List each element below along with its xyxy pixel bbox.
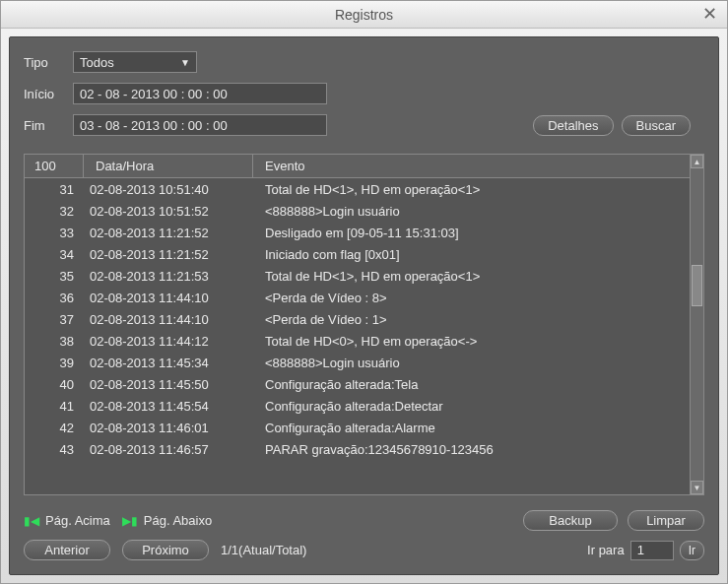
start-value: 02 - 08 - 2013 00 : 00 : 00 — [80, 87, 228, 101]
row-index: 42 — [25, 421, 84, 435]
row-datetime: 02-08-2013 11:45:50 — [84, 377, 253, 392]
row-event: PARAR gravação:12345678910-123456 — [253, 442, 703, 457]
row-datetime: 02-08-2013 11:44:10 — [84, 312, 253, 327]
row-event: Total de HD<1>, HD em operação<1> — [253, 269, 703, 284]
row-event: <Perda de Vídeo : 8> — [253, 291, 703, 305]
col-total[interactable]: 100 — [25, 155, 84, 177]
row-datetime: 02-08-2013 11:46:57 — [84, 442, 253, 457]
row-datetime: 02-08-2013 11:46:01 — [84, 421, 253, 435]
close-icon[interactable]: ✕ — [702, 3, 717, 25]
table-row[interactable]: 3502-08-2013 11:21:53Total de HD<1>, HD … — [25, 265, 703, 287]
row-event: <Perda de Vídeo : 1> — [253, 312, 703, 327]
content-panel: Tipo Todos ▼ Início 02 - 08 - 2013 00 : … — [9, 36, 719, 575]
scroll-thumb[interactable] — [692, 265, 702, 306]
end-label: Fim — [24, 118, 65, 133]
type-row: Tipo Todos ▼ — [24, 51, 704, 73]
row-event: Configuração alterada:Alarme — [253, 421, 703, 435]
page-down-icon[interactable]: ▶▮ — [122, 514, 138, 528]
table-row[interactable]: 3202-08-2013 10:51:52<888888>Login usuár… — [25, 200, 703, 222]
go-button[interactable]: Ir — [680, 541, 704, 560]
row-datetime: 02-08-2013 10:51:52 — [84, 204, 253, 219]
row-event: Total de HD<0>, HD em operação<-> — [253, 334, 703, 349]
start-row: Início 02 - 08 - 2013 00 : 00 : 00 — [24, 83, 704, 104]
table-row[interactable]: 4102-08-2013 11:45:54Configuração altera… — [25, 395, 703, 417]
row-datetime: 02-08-2013 11:21:52 — [84, 247, 253, 262]
bottom-row: Anterior Próximo 1/1(Atual/Total) Ir par… — [24, 540, 704, 560]
row-event: <888888>Login usuário — [253, 356, 703, 370]
row-index: 41 — [25, 399, 84, 414]
table-body: 3102-08-2013 10:51:40Total de HD<1>, HD … — [25, 178, 703, 494]
footer: ▮◀ Pág. Acima ▶▮ Pág. Abaixo Backup Limp… — [24, 513, 704, 560]
row-index: 32 — [25, 204, 84, 219]
log-table: 100 Data/Hora Evento 3102-08-2013 10:51:… — [24, 154, 704, 495]
row-event: Iniciado com flag [0x01] — [253, 247, 703, 262]
row-index: 37 — [25, 312, 84, 327]
table-row[interactable]: 3402-08-2013 11:21:52Iniciado com flag [… — [25, 243, 703, 265]
row-index: 34 — [25, 247, 84, 262]
col-event[interactable]: Evento — [253, 155, 703, 177]
backup-button[interactable]: Backup — [523, 510, 618, 531]
row-datetime: 02-08-2013 11:21:52 — [84, 226, 253, 240]
row-datetime: 02-08-2013 11:21:53 — [84, 269, 253, 284]
row-index: 43 — [25, 442, 84, 457]
pager-row: ▮◀ Pág. Acima ▶▮ Pág. Abaixo Backup Limp… — [24, 513, 704, 528]
previous-button[interactable]: Anterior — [24, 540, 110, 560]
row-event: Desligado em [09-05-11 15:31:03] — [253, 226, 703, 240]
table-row[interactable]: 4202-08-2013 11:46:01Configuração altera… — [25, 417, 703, 438]
row-event: <888888>Login usuário — [253, 204, 703, 219]
scrollbar[interactable]: ▲ ▼ — [690, 155, 703, 494]
table-row[interactable]: 3802-08-2013 11:44:12Total de HD<0>, HD … — [25, 330, 703, 352]
goto-input[interactable]: 1 — [630, 541, 674, 560]
table-row[interactable]: 3102-08-2013 10:51:40Total de HD<1>, HD … — [25, 178, 703, 200]
page-up-icon[interactable]: ▮◀ — [24, 514, 39, 528]
row-datetime: 02-08-2013 11:45:34 — [84, 356, 253, 370]
page-up-label[interactable]: Pág. Acima — [45, 513, 110, 528]
table-row[interactable]: 3702-08-2013 11:44:10<Perda de Vídeo : 1… — [25, 308, 703, 330]
end-row: Fim 03 - 08 - 2013 00 : 00 : 00 Detalhes… — [24, 114, 704, 136]
row-index: 40 — [25, 377, 84, 392]
row-datetime: 02-08-2013 11:44:10 — [84, 291, 253, 305]
row-index: 31 — [25, 182, 84, 197]
row-event: Total de HD<1>, HD em operação<1> — [253, 182, 703, 197]
goto-label: Ir para — [587, 543, 625, 557]
search-button[interactable]: Buscar — [622, 115, 691, 136]
table-row[interactable]: 4002-08-2013 11:45:50Configuração altera… — [25, 373, 703, 395]
end-value: 03 - 08 - 2013 00 : 00 : 00 — [80, 118, 228, 133]
row-event: Configuração alterada:Tela — [253, 377, 703, 392]
row-event: Configuração alterada:Detectar — [253, 399, 703, 414]
type-label: Tipo — [24, 55, 65, 70]
chevron-down-icon: ▼ — [180, 57, 190, 68]
details-button[interactable]: Detalhes — [533, 115, 613, 136]
titlebar: Registros ✕ — [1, 1, 727, 29]
row-datetime: 02-08-2013 11:44:12 — [84, 334, 253, 349]
row-datetime: 02-08-2013 10:51:40 — [84, 182, 253, 197]
table-header: 100 Data/Hora Evento — [25, 155, 703, 178]
window-title: Registros — [335, 7, 393, 23]
scroll-down-icon[interactable]: ▼ — [691, 481, 703, 494]
row-index: 39 — [25, 356, 84, 370]
start-label: Início — [24, 87, 65, 101]
col-datetime[interactable]: Data/Hora — [84, 155, 253, 177]
scroll-up-icon[interactable]: ▲ — [691, 155, 703, 168]
table-row[interactable]: 3302-08-2013 11:21:52Desligado em [09-05… — [25, 222, 703, 243]
page-info: 1/1(Atual/Total) — [221, 543, 306, 557]
row-index: 38 — [25, 334, 84, 349]
start-datetime-input[interactable]: 02 - 08 - 2013 00 : 00 : 00 — [73, 83, 327, 104]
row-index: 35 — [25, 269, 84, 284]
type-value: Todos — [80, 55, 114, 70]
table-row[interactable]: 3902-08-2013 11:45:34<888888>Login usuár… — [25, 352, 703, 373]
goto-value: 1 — [637, 543, 644, 557]
window: Registros ✕ Tipo Todos ▼ Início 02 - 08 … — [0, 0, 728, 584]
end-datetime-input[interactable]: 03 - 08 - 2013 00 : 00 : 00 — [73, 114, 327, 136]
table-row[interactable]: 3602-08-2013 11:44:10<Perda de Vídeo : 8… — [25, 287, 703, 308]
row-index: 33 — [25, 226, 84, 240]
next-button[interactable]: Próximo — [122, 540, 209, 560]
type-select[interactable]: Todos ▼ — [73, 51, 197, 73]
page-down-label[interactable]: Pág. Abaixo — [144, 513, 212, 528]
row-index: 36 — [25, 291, 84, 305]
table-row[interactable]: 4302-08-2013 11:46:57PARAR gravação:1234… — [25, 438, 703, 460]
clear-button[interactable]: Limpar — [628, 510, 704, 531]
row-datetime: 02-08-2013 11:45:54 — [84, 399, 253, 414]
